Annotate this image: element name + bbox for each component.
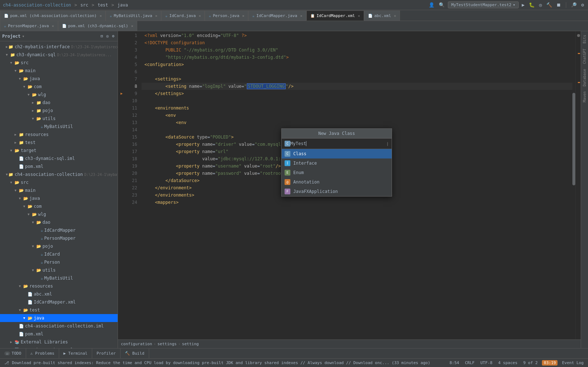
search-everywhere-icon[interactable]: 🔍 <box>438 2 446 8</box>
status-charset[interactable]: UTF-8 <box>479 360 494 365</box>
tree-item-src[interactable]: ▼ 📂 src <box>0 59 118 67</box>
tab-idcard[interactable]: ☕ IdCard.java ✕ <box>161 11 205 21</box>
tree-item-pom-ch3[interactable]: ▶ 📄 pom.xml <box>0 162 118 170</box>
status-indent[interactable]: 4 spaces <box>497 360 519 365</box>
tree-item-main-ch4[interactable]: ▼ 📂 main <box>0 186 118 194</box>
dialog-item-annotation[interactable]: @ Annotation <box>282 177 392 187</box>
bottom-tab-todo[interactable]: ☑ TODO <box>0 349 26 358</box>
tree-item-main[interactable]: ▼ 📂 main <box>0 67 118 75</box>
bottom-tab-terminal[interactable]: ▶ Terminal <box>59 349 92 358</box>
editor-scrollbar[interactable] <box>572 31 575 339</box>
code-editor[interactable]: <?xml version="1.0" encoding="UTF-8" ?> … <box>142 31 575 339</box>
tab-close-icon[interactable]: ✕ <box>242 14 244 18</box>
tree-item-ch3[interactable]: ▼ 📁 ch3-dynamic-sql D:\23-24-1\mybatisre… <box>0 51 118 59</box>
tree-item-personmapper[interactable]: ▶ ☕ PersonMapper <box>0 234 118 242</box>
tree-item-wlg[interactable]: ▼ 📂 wlg <box>0 91 118 99</box>
tree-item-java-ch4[interactable]: ▼ 📂 java <box>0 194 118 202</box>
breadcrumb-item-config[interactable]: configuration <box>121 342 152 346</box>
tree-item-utils[interactable]: ▼ 📂 utils <box>0 115 118 123</box>
tree-item-src-ch4[interactable]: ▼ 📂 src <box>0 178 118 186</box>
tab-close-icon[interactable]: ✕ <box>155 14 157 18</box>
dialog-item-class[interactable]: C Class <box>282 149 392 158</box>
sidebar-tab-chatgpt[interactable]: ChatGPT <box>582 46 587 66</box>
tree-item-pom-ch4[interactable]: ▶ 📄 pom.xml <box>0 330 118 338</box>
tree-item-java-test-ch4[interactable]: ▼ 📂 java <box>0 314 118 322</box>
tab-close-icon[interactable]: ✕ <box>99 14 102 18</box>
tab-personmapper-java[interactable]: ☕ PersonMapper.java ✕ <box>0 21 58 31</box>
stop-button[interactable]: ⏹ <box>555 2 562 8</box>
tree-item-test-ch3[interactable]: ▶ 📁 test <box>0 139 118 147</box>
tab-pom-xml-ch4[interactable]: 📄 pom.xml (ch4-association-collection) ✕ <box>0 11 106 21</box>
tree-item-test-ch4[interactable]: ▼ 📂 test <box>0 306 118 314</box>
tree-item-person[interactable]: ▶ ☕ Person <box>0 258 118 266</box>
search-icon[interactable]: 🔎 <box>570 2 578 8</box>
locate-icon[interactable]: ◎ <box>105 34 110 38</box>
tree-item-mybatisutil-ch3[interactable]: ▶ ☕ MyBatisUtil <box>0 123 118 131</box>
tree-item-resources-ch4[interactable]: ▼ 📂 resources <box>0 282 118 290</box>
tab-close-icon[interactable]: ✕ <box>52 24 54 28</box>
event-log[interactable]: Event Log <box>560 360 585 365</box>
status-position[interactable]: 8:54 <box>448 360 461 365</box>
tree-item-target[interactable]: ▼ 📂 target <box>0 147 118 154</box>
dialog-item-enum[interactable]: E Enum <box>282 168 392 177</box>
tree-item-iml-ch3[interactable]: ▶ 📄 ch3-dynamic-sql.iml <box>0 154 118 162</box>
tab-close-icon[interactable]: ✕ <box>394 14 396 18</box>
project-dropdown-icon[interactable]: ▾ <box>22 34 25 39</box>
bottom-tab-build[interactable]: 🔨 Build <box>121 349 149 358</box>
tree-item-com[interactable]: ▼ 📂 com <box>0 83 118 91</box>
tree-item-ch4[interactable]: ▼ 📁 ch4-association-collection D:\23-24-… <box>0 170 118 178</box>
sidebar-tab-bits[interactable]: Bits <box>582 33 587 46</box>
tree-item-dao[interactable]: ▶ 📁 dao <box>0 99 118 107</box>
tab-abc-xml[interactable]: 📄 abc.xml ✕ <box>364 11 400 21</box>
tree-item-com-ch4[interactable]: ▼ 📂 com <box>0 202 118 210</box>
debug-button[interactable]: 🐛 <box>528 2 536 8</box>
run-config[interactable]: MyTestStudentMapper.test2 ▾ <box>448 1 518 8</box>
breadcrumb-item-setting[interactable]: setting <box>182 342 199 346</box>
tab-close-icon[interactable]: ✕ <box>300 14 302 18</box>
tab-idcardmapper-java[interactable]: ☕ IdCardMapper.java ✕ <box>248 11 306 21</box>
status-vcs[interactable]: ⎇ <box>3 360 11 365</box>
coverage-button[interactable]: ◎ <box>538 2 543 8</box>
tab-person[interactable]: ☕ Person.java ✕ <box>205 11 248 21</box>
tree-item-pojo[interactable]: ▶ 📁 pojo <box>0 107 118 115</box>
tree-item-resources-ch3[interactable]: ▶ 📁 resources <box>0 131 118 139</box>
tree-item-pojo-ch4[interactable]: ▼ 📂 pojo <box>0 242 118 250</box>
tree-item-ch4-iml[interactable]: ▶ 📄 ch4-association-collection.iml <box>0 322 118 330</box>
tree-item-mybatisutil-ch4[interactable]: ▶ ☕ MyBatisUtil <box>0 274 118 282</box>
gear-icon[interactable]: ⚙ <box>111 34 115 38</box>
tab-pom-xml-ch3[interactable]: 📄 pom.xml (ch3-dynamic-sql) ✕ <box>58 21 138 31</box>
tree-label: Person <box>44 260 60 265</box>
collapse-all-icon[interactable]: ⊟ <box>99 34 104 38</box>
scrollbar-thumb[interactable] <box>572 93 575 185</box>
tree-item-wlg-ch4[interactable]: ▼ 📂 wlg <box>0 210 118 218</box>
bottom-tab-problems[interactable]: ⚠ Problems <box>26 349 59 358</box>
tree-item-external-libraries[interactable]: ▶ 📚 External Libraries <box>0 338 118 346</box>
vcs-icon[interactable]: 👤 <box>428 2 436 8</box>
tree-item-dao-ch4[interactable]: ▼ 📂 dao <box>0 218 118 226</box>
tree-item-idcard[interactable]: ▶ ☕ IdCard <box>0 250 118 258</box>
tree-item-idcardmapper-xml[interactable]: ▶ 📄 IdCardMapper.xml <box>0 298 118 306</box>
run-button[interactable]: ▶ <box>521 2 526 8</box>
dialog-text-input[interactable]: MyTest <box>290 141 385 147</box>
tab-close-icon[interactable]: ✕ <box>199 14 201 18</box>
settings-icon[interactable]: ⚙ <box>580 2 585 8</box>
dialog-item-javafx[interactable]: F JavaFXApplication <box>282 187 392 196</box>
tree-item-utils-ch4[interactable]: ▼ 📂 utils <box>0 266 118 274</box>
tree-item-ch2[interactable]: ▶ 📁 ch2-mybatis-interface D:\23-24-1\myb… <box>0 43 118 51</box>
tab-idcardmapper-xml[interactable]: 📋 IdCardMapper.xml ✕ <box>306 11 364 21</box>
status-crlf[interactable]: CRLF <box>464 360 476 365</box>
build-button[interactable]: 🔨 <box>545 2 553 8</box>
tab-mybatisutil[interactable]: ☕ MyBatisUtil.java ✕ <box>106 11 161 21</box>
status-lines[interactable]: 9 of 2 <box>522 360 539 365</box>
dialog-item-interface[interactable]: I Interface <box>282 158 392 168</box>
bottom-tab-profiler[interactable]: Profiler <box>92 349 121 358</box>
sidebar-tab-maven[interactable]: Maven <box>582 89 587 104</box>
tab-close-icon[interactable]: ✕ <box>131 24 133 28</box>
breadcrumb-item-settings[interactable]: settings <box>158 342 177 346</box>
tree-item-java[interactable]: ▼ 📂 java <box>0 75 118 83</box>
tab-close-icon[interactable]: ✕ <box>358 14 360 18</box>
sidebar-tab-database[interactable]: Database <box>582 67 587 88</box>
tree-item-abc-xml[interactable]: ▶ 📄 abc.xml <box>0 290 118 298</box>
tree-item-idcardmapper[interactable]: ▶ ☕ IdCardMapper <box>0 226 118 234</box>
tree-label: ch4-association-collection <box>15 172 83 177</box>
